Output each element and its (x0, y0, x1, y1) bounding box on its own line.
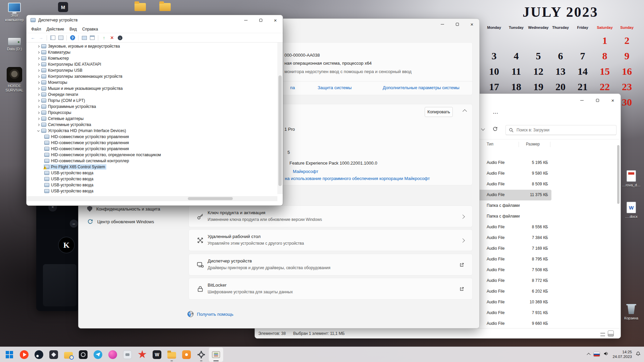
yandex-music-icon[interactable] (17, 347, 32, 362)
tree-node[interactable]: HID-совместимый системный контроллер (44, 158, 130, 164)
search-folder-icon[interactable] (61, 347, 76, 362)
w-letter-app-icon[interactable] (150, 347, 164, 362)
column-header-type[interactable]: Тип (487, 142, 493, 146)
start-button[interactable] (2, 347, 17, 362)
tree-item[interactable]: HID-совместимое устройство управления (26, 140, 277, 146)
menu-item[interactable]: Действие (44, 26, 67, 33)
chevron-collapsed-icon[interactable] (36, 74, 41, 79)
column-header-size[interactable]: Размер (526, 142, 540, 146)
close-button[interactable]: × (605, 94, 621, 107)
tree-item[interactable]: USB-устройство ввода (26, 182, 277, 188)
ru-flag-icon[interactable] (594, 352, 600, 356)
chevron-collapsed-icon[interactable] (36, 62, 41, 67)
chevron-collapsed-icon[interactable] (36, 44, 41, 49)
tree-node[interactable]: Контроллеры запоминающих устройств (41, 74, 124, 79)
tree-item[interactable]: Клавиатуры (26, 49, 277, 55)
notification-bell-icon[interactable] (636, 351, 641, 358)
chevron-collapsed-icon[interactable] (36, 122, 41, 127)
maximize-button[interactable] (590, 94, 605, 107)
update-driver-icon[interactable] (100, 34, 108, 42)
maximize-button[interactable] (253, 15, 268, 25)
dark-app-icon[interactable] (76, 347, 91, 362)
tree-item[interactable]: Контроллеры IDE ATA/ATAPI (26, 61, 277, 67)
export-list-icon[interactable] (57, 34, 64, 42)
desktop-icon-app-shortcut[interactable]: M (56, 2, 70, 12)
more-options-button[interactable]: ··· (491, 109, 500, 117)
minimize-button[interactable] (574, 94, 590, 107)
tree-node[interactable]: Системные устройства (41, 122, 93, 127)
tree-item[interactable]: Мониторы (26, 79, 277, 85)
chevron-collapsed-icon[interactable] (36, 92, 41, 97)
device-manager-taskbar-icon[interactable] (209, 347, 223, 362)
tree-node[interactable]: HID-совместимое устройство управления (44, 140, 130, 145)
light-app-icon[interactable] (120, 347, 135, 362)
copy-button[interactable]: Копировать (425, 107, 453, 117)
microsoft-services-link[interactable]: Майкрософт (293, 169, 318, 174)
desktop-icon-recycle-bin[interactable]: Корзина (618, 303, 644, 320)
back-icon[interactable] (29, 34, 37, 42)
tree-node[interactable]: Порты (COM и LPT) (41, 98, 87, 103)
tree-node[interactable]: USB-устройство ввода (44, 188, 95, 194)
tree-item[interactable]: HID-совместимое устройство, определенное… (26, 152, 277, 158)
system-link[interactable]: Дополнительные параметры системы (383, 85, 460, 90)
tree-node[interactable]: Звуковые, игровые и видеоустройства (41, 44, 121, 49)
orange-app-icon[interactable] (179, 347, 194, 362)
tree-item[interactable]: Сетевые адаптеры (26, 116, 277, 122)
chevron-collapsed-icon[interactable] (36, 116, 41, 121)
tree-item[interactable]: Системные устройства (26, 122, 277, 128)
tree-item[interactable]: HID-совместимый системный контроллер (26, 158, 277, 164)
menu-item[interactable]: Файл (29, 26, 44, 33)
settings-card[interactable]: Удаленный рабочий столУправляйте этим ус… (189, 229, 473, 251)
sidebar-item[interactable]: Центр обновления Windows (83, 215, 185, 228)
tree-node[interactable]: Контроллеры USB (41, 68, 84, 73)
tree-node[interactable]: USB-устройство ввода (44, 176, 95, 182)
desktop-icon-this-pc[interactable]: Этот компьютер (1, 3, 28, 22)
scrollbar[interactable] (277, 43, 283, 194)
minimize-button[interactable] (238, 15, 253, 25)
scan-hardware-icon[interactable] (80, 34, 88, 42)
tree-node[interactable]: HID-совместимое устройство, определенное… (44, 152, 162, 158)
settings-card[interactable]: Диспетчер устройствДрайверы принтеров и … (189, 254, 473, 276)
system-link[interactable]: Защита системы (318, 85, 352, 90)
menu-item[interactable]: Справка (79, 26, 101, 33)
chevron-collapsed-icon[interactable] (36, 86, 41, 91)
desktop-icon-folder-1[interactable] (133, 3, 148, 11)
telegram-icon[interactable] (91, 347, 105, 362)
tree-item[interactable]: Контроллеры запоминающих устройств (26, 73, 277, 79)
chevron-collapsed-icon[interactable] (36, 110, 41, 115)
chevron-collapsed-icon[interactable] (36, 104, 41, 109)
tree-item[interactable]: Pro Flight X65 Control System (26, 164, 277, 170)
star-app-icon[interactable] (135, 347, 150, 362)
scrollbar[interactable] (617, 142, 620, 326)
steam-icon[interactable] (32, 347, 46, 362)
settings-card[interactable]: BitLockerШифрование устройства для защит… (189, 278, 473, 300)
tree-item[interactable]: Устройства HID (Human Interface Devices) (26, 128, 277, 134)
column-divider[interactable] (550, 142, 550, 147)
refresh-icon[interactable] (490, 124, 500, 133)
console-tree-icon[interactable] (49, 34, 56, 42)
horizontal-scrollbar[interactable] (26, 196, 277, 201)
tree-item[interactable]: USB-устройство ввода (26, 170, 277, 176)
forward-icon[interactable] (37, 34, 45, 42)
settings-card[interactable]: Ключ продукта и активацияИзменение ключа… (189, 205, 473, 227)
tree-item[interactable]: Программные устройства (26, 104, 277, 110)
chevron-collapsed-icon[interactable] (36, 80, 41, 85)
taskbar-clock[interactable]: 14:25 24.07.2023 (612, 350, 632, 359)
tree-node[interactable]: Мыши и иные указывающие устройства (41, 86, 124, 91)
menu-item[interactable]: Вид (67, 26, 79, 33)
tree-node[interactable]: Компьютер (41, 56, 70, 61)
tree-node[interactable]: Программные устройства (41, 104, 97, 109)
desktop-icon-folder-2[interactable] (158, 3, 172, 11)
tree-node[interactable]: Клавиатуры (41, 50, 72, 55)
tree-node[interactable]: Очереди печати (41, 92, 79, 97)
column-divider[interactable] (519, 142, 519, 147)
get-help-link[interactable]: ? Получить помощь (187, 311, 233, 317)
properties-icon[interactable] (89, 34, 96, 42)
tree-node[interactable]: HID-совместимое устройство управления (44, 146, 130, 152)
thumbnails-view-icon[interactable] (608, 330, 614, 337)
tree-node[interactable]: HID-совместимое устройство управления (44, 134, 130, 139)
volume-icon[interactable] (603, 351, 609, 358)
minimize-button[interactable] (435, 19, 450, 29)
tree-item[interactable]: USB-устройство ввода (26, 188, 277, 194)
tree-item[interactable]: HID-совместимое устройство управления (26, 134, 277, 140)
